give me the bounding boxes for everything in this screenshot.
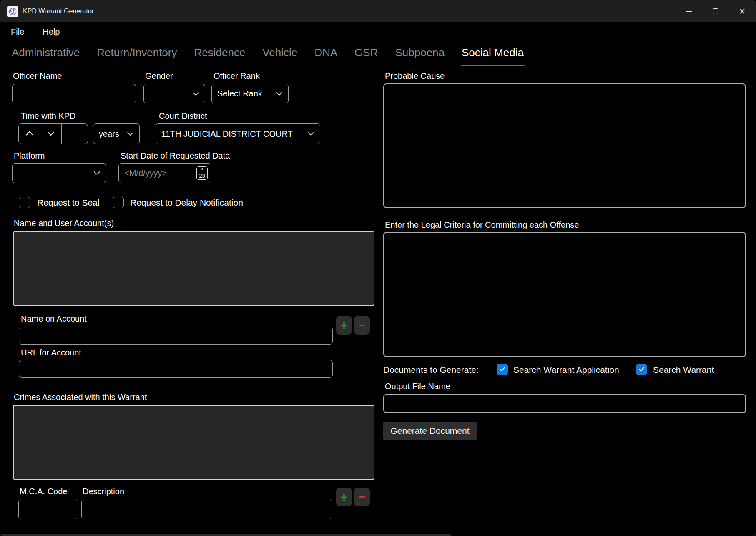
url-for-account-label: URL for Account [21, 348, 81, 357]
description-label: Description [83, 487, 124, 496]
stepper-down-button[interactable] [40, 124, 62, 144]
check-icon [499, 366, 506, 373]
menu-help[interactable]: Help [43, 27, 60, 37]
generate-document-button[interactable]: Generate Document [383, 422, 477, 440]
accounts-list-label: Name and User Account(s) [14, 219, 114, 228]
minimize-button[interactable] [676, 0, 702, 22]
chevron-down-icon [127, 132, 134, 136]
bottom-scrollbar[interactable] [0, 534, 451, 536]
start-date-input[interactable]: <M/d/yyyy> 23 [118, 163, 211, 183]
chevron-down-icon [276, 92, 283, 96]
chevron-down-icon [93, 171, 100, 175]
time-with-kpd-input[interactable] [62, 124, 87, 144]
platform-select[interactable] [12, 163, 106, 183]
start-date-label: Start Date of Requested Data [121, 151, 230, 161]
gender-label: Gender [145, 71, 173, 81]
crimes-list-label: Crimes Associated with this Warrant [14, 393, 147, 402]
window-title: KPD Warrant Generator [23, 8, 94, 15]
add-account-button[interactable]: + [336, 316, 352, 335]
accounts-listbox[interactable] [13, 231, 374, 306]
plus-icon: + [340, 318, 348, 332]
start-date-placeholder: <M/d/yyyy> [124, 169, 167, 178]
platform-label: Platform [14, 151, 45, 161]
time-with-kpd-label: Time with KPD [21, 111, 76, 121]
legal-criteria-label: Enter the Legal Criteria for Committing … [385, 220, 579, 230]
officer-rank-value: Select Rank [217, 89, 262, 98]
tab-dna[interactable]: DNA [314, 44, 338, 66]
mca-code-label: M.C.A. Code [20, 487, 67, 496]
court-district-select[interactable]: 11TH JUDICIAL DISTRICT COURT [156, 123, 320, 144]
request-to-seal-label: Request to Seal [37, 198, 99, 208]
calendar-day: 23 [199, 173, 205, 179]
tab-administrative[interactable]: Administrative [11, 44, 80, 66]
close-button[interactable]: ✕ [729, 0, 756, 22]
tab-bar: Administrative Return/Inventory Residenc… [0, 44, 525, 70]
legal-criteria-textarea[interactable] [383, 232, 746, 357]
minus-icon: − [359, 491, 365, 503]
request-to-delay-label: Request to Delay Notification [130, 198, 243, 208]
court-district-value: 11TH JUDICIAL DISTRICT COURT [161, 129, 293, 139]
officer-name-label: Officer Name [13, 71, 62, 81]
calendar-dot [201, 168, 203, 170]
tab-subpoena[interactable]: Subpoena [394, 44, 445, 66]
app-window: KPD Warrant Generator ✕ File Help Admini… [0, 0, 756, 536]
request-to-delay-checkbox[interactable] [113, 197, 124, 208]
fingerprint-app-icon [7, 6, 18, 17]
check-icon [638, 366, 645, 373]
close-icon: ✕ [739, 8, 746, 15]
crimes-listbox[interactable] [13, 405, 374, 480]
window-controls: ✕ [676, 0, 756, 22]
minus-icon: − [359, 319, 365, 332]
tab-return-inventory[interactable]: Return/Inventory [96, 44, 178, 66]
description-input[interactable] [81, 499, 332, 519]
mca-code-input[interactable] [18, 499, 78, 519]
tab-vehicle[interactable]: Vehicle [261, 44, 298, 66]
chevron-down-icon [192, 92, 199, 96]
titlebar: KPD Warrant Generator ✕ [0, 0, 756, 22]
officer-rank-label: Officer Rank [213, 71, 260, 81]
officer-rank-select[interactable]: Select Rank [211, 84, 289, 103]
documents-to-generate-label: Documents to Generate: [383, 365, 479, 375]
calendar-icon[interactable]: 23 [196, 166, 208, 180]
probable-cause-textarea[interactable] [383, 83, 746, 208]
gender-select[interactable] [143, 84, 205, 103]
tab-social-media[interactable]: Social Media [461, 44, 525, 66]
name-on-account-label: Name on Account [21, 314, 87, 324]
search-warrant-label: Search Warrant [653, 365, 714, 375]
chevron-down-icon [47, 130, 55, 138]
search-warrant-application-checkbox[interactable] [497, 364, 508, 375]
time-unit-value: years [99, 129, 119, 139]
menubar: File Help [0, 22, 60, 41]
output-file-name-label: Output File Name [385, 382, 450, 391]
court-district-label: Court District [159, 111, 207, 121]
add-crime-button[interactable]: + [336, 488, 352, 506]
menu-file[interactable]: File [11, 27, 24, 37]
chevron-down-icon [307, 132, 314, 136]
plus-icon: + [340, 490, 348, 504]
maximize-icon [713, 8, 718, 14]
probable-cause-label: Probable Cause [385, 71, 445, 81]
chevron-up-icon [25, 130, 34, 138]
time-with-kpd-stepper [18, 123, 88, 144]
time-unit-select[interactable]: years [93, 123, 140, 144]
stepper-up-button[interactable] [19, 124, 40, 144]
request-to-seal-checkbox[interactable] [19, 197, 30, 208]
remove-account-button[interactable]: − [354, 316, 370, 335]
maximize-button[interactable] [702, 0, 729, 22]
search-warrant-checkbox[interactable] [636, 364, 647, 375]
url-for-account-input[interactable] [19, 360, 333, 378]
officer-name-input[interactable] [12, 84, 136, 103]
search-warrant-application-label: Search Warrant Application [513, 365, 619, 375]
minimize-icon [686, 11, 692, 12]
tab-residence[interactable]: Residence [193, 44, 246, 66]
tab-gsr[interactable]: GSR [354, 44, 379, 66]
remove-crime-button[interactable]: − [354, 488, 370, 506]
name-on-account-input[interactable] [19, 327, 333, 345]
output-file-name-input[interactable] [383, 394, 746, 413]
